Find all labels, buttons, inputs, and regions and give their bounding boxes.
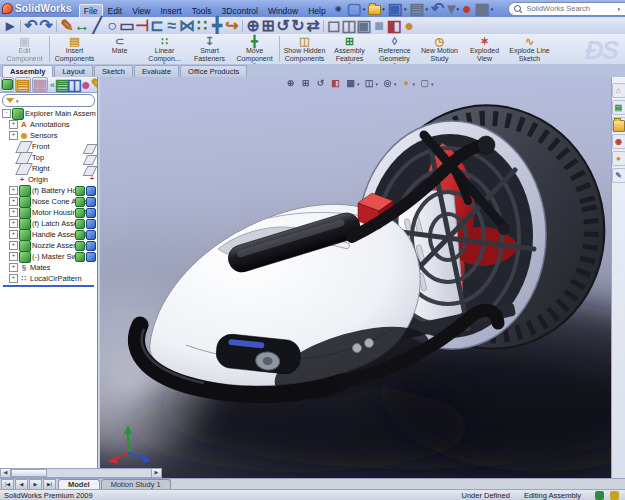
appearances-button[interactable]: ● bbox=[612, 151, 625, 166]
assembly-features-button[interactable]: ⊞Assembly Features▾ bbox=[327, 34, 372, 64]
convert-entities-button[interactable]: ⊏ bbox=[150, 19, 164, 33]
previous-view-button[interactable]: ↺ bbox=[315, 78, 326, 89]
expand-toggle[interactable]: + bbox=[9, 241, 18, 250]
insert-components-button[interactable]: ▤Insert Components▾ bbox=[52, 34, 97, 64]
file-explorer-button[interactable] bbox=[612, 117, 625, 132]
tree-item-origin[interactable]: +Origin+ bbox=[0, 174, 97, 185]
tree-filter-input[interactable]: ▾ bbox=[2, 94, 95, 107]
custom-properties-button[interactable]: ✎ bbox=[612, 168, 625, 183]
undo-button[interactable]: ↶ bbox=[24, 19, 38, 33]
color-display-button[interactable]: ● bbox=[81, 79, 91, 91]
expand-toggle[interactable]: + bbox=[9, 252, 18, 261]
chevron-down-icon[interactable]: ▾ bbox=[376, 81, 379, 87]
scrollbar-thumb[interactable] bbox=[11, 469, 47, 477]
resources-button[interactable]: ⌂ bbox=[612, 83, 625, 98]
wireframe-button[interactable]: ◻ bbox=[327, 19, 341, 33]
tree-item-motor-housing-a[interactable]: +Motor Housing A bbox=[0, 207, 97, 218]
chevron-down-icon[interactable]: ▾ bbox=[431, 81, 434, 87]
show-hidden-components-button[interactable]: ◫Show Hidden Components bbox=[282, 34, 327, 64]
tree-item-right[interactable]: Right bbox=[0, 163, 97, 174]
expand-toggle[interactable]: + bbox=[9, 263, 18, 272]
tree-item-explorer-main-assem[interactable]: -Explorer Main Assem bbox=[0, 108, 97, 119]
chevron-down-icon[interactable]: ▾ bbox=[357, 81, 360, 87]
shaded-edges-button[interactable]: ▣ bbox=[357, 19, 371, 33]
mirror-entities-button[interactable]: ⋈ bbox=[180, 19, 194, 33]
tree-item-nozzle-assembly[interactable]: +Nozzle Assembly bbox=[0, 240, 97, 251]
print-button[interactable]: ▤▾ bbox=[408, 0, 429, 18]
hide-show-items-button[interactable]: ◎▾ bbox=[382, 78, 397, 89]
hidden-lines-button[interactable]: ◫ bbox=[342, 19, 356, 33]
expand-toggle[interactable]: + bbox=[9, 219, 18, 228]
propertymanager-tab[interactable]: ▤ bbox=[15, 77, 31, 92]
chevron-down-icon[interactable]: ▾ bbox=[382, 6, 385, 12]
shaded-button[interactable]: ■ bbox=[372, 19, 386, 33]
tree-item-nose-cone-asse[interactable]: +Nose Cone Asse bbox=[0, 196, 97, 207]
expand-toggle[interactable]: + bbox=[9, 274, 18, 283]
redo-button[interactable]: ↷ bbox=[39, 19, 53, 33]
tree-item-f-battery-hous[interactable]: +(f) Battery Hous bbox=[0, 185, 97, 196]
rotate-view-button[interactable]: ↻ bbox=[291, 19, 305, 33]
new-motion-study-button[interactable]: ◷New Motion Study bbox=[417, 34, 462, 64]
display-style-button[interactable]: ◫▾ bbox=[364, 78, 379, 89]
move-entities-button[interactable]: ╋ bbox=[210, 19, 224, 33]
featuremanager-tab[interactable] bbox=[1, 77, 14, 92]
rectangle-button[interactable]: ▭ bbox=[120, 19, 134, 33]
chevron-down-icon[interactable]: ▾ bbox=[617, 6, 620, 12]
pan-button[interactable]: ⇄ bbox=[306, 19, 320, 33]
tab-evaluate[interactable]: Evaluate bbox=[134, 65, 179, 77]
tree-item-front[interactable]: Front bbox=[0, 141, 97, 152]
expand-toggle[interactable]: + bbox=[9, 197, 18, 206]
scroll-right-arrow[interactable]: ▶ bbox=[151, 469, 161, 477]
linear-compon-button[interactable]: ∷Linear Compon...▾ bbox=[142, 34, 187, 64]
search-button[interactable]: ◉ bbox=[612, 134, 625, 149]
view-orientation-button[interactable]: ▦▾ bbox=[345, 78, 360, 89]
smart-fasteners-button[interactable]: ↧Smart Fasteners bbox=[187, 34, 232, 64]
display-pane-button[interactable]: ◫ bbox=[69, 79, 80, 91]
tree-item-top[interactable]: Top bbox=[0, 152, 97, 163]
tree-item-f-latch-assem[interactable]: +(f) Latch Assem bbox=[0, 218, 97, 229]
tree-item-master-switc[interactable]: +(-) Master Switc bbox=[0, 251, 97, 262]
expand-toggle[interactable]: + bbox=[9, 120, 18, 129]
undo-button[interactable]: ↶ bbox=[430, 0, 445, 18]
smart-dimension-button[interactable]: ↔ bbox=[75, 19, 89, 33]
zoom-fit-button[interactable]: ⊕ bbox=[285, 78, 296, 89]
tree-item-mates[interactable]: +§Mates bbox=[0, 262, 97, 273]
appearances-button[interactable]: ●▾ bbox=[401, 78, 416, 89]
search-input[interactable] bbox=[524, 3, 614, 14]
previous-view-button[interactable]: ↺ bbox=[276, 19, 290, 33]
expand-toggle[interactable]: + bbox=[9, 230, 18, 239]
design-library-button[interactable]: ▤ bbox=[612, 100, 625, 115]
circle-button[interactable]: ○ bbox=[105, 19, 119, 33]
tree-item-sensors[interactable]: +◉Sensors bbox=[0, 130, 97, 141]
pin-icon[interactable]: ◉ bbox=[335, 4, 342, 13]
chevron-down-icon[interactable]: ▾ bbox=[16, 98, 19, 104]
chevron-down-icon[interactable]: ▾ bbox=[457, 6, 460, 12]
zoom-fit-button[interactable]: ⊕ bbox=[246, 19, 260, 33]
line-button[interactable]: ╱ bbox=[90, 19, 104, 33]
tree-item-localcirpattern[interactable]: +∷LocalCirPattern bbox=[0, 273, 97, 284]
chevron-down-icon[interactable]: ▾ bbox=[491, 6, 494, 12]
expand-toggle[interactable]: + bbox=[9, 131, 18, 140]
tab-layout[interactable]: Layout bbox=[54, 65, 93, 77]
chevron-down-icon[interactable]: ▾ bbox=[426, 6, 429, 12]
chevron-down-icon[interactable]: ▾ bbox=[413, 81, 416, 87]
tree-horizontal-scrollbar[interactable]: ◀ ▶ bbox=[0, 468, 162, 478]
search-box[interactable]: ▾ bbox=[508, 2, 625, 16]
tree-item-annotations[interactable]: +AAnnotations bbox=[0, 119, 97, 130]
view-settings-button[interactable]: ▦▾ bbox=[474, 0, 495, 18]
sketch-button[interactable]: ✎ bbox=[60, 19, 74, 33]
move-component-button[interactable]: ╋Move Component▾ bbox=[232, 34, 277, 64]
zoom-area-button[interactable]: ⊞ bbox=[300, 78, 311, 89]
mate-button[interactable]: ⊂Mate bbox=[97, 34, 142, 64]
rollback-bar[interactable] bbox=[3, 285, 94, 287]
select-button[interactable]: ▸ bbox=[3, 19, 17, 33]
graphics-viewport[interactable]: ⊕⊞↺◧▦▾◫▾◎▾●▾▢▾ bbox=[100, 77, 612, 478]
scene-button[interactable]: ▢▾ bbox=[419, 78, 434, 89]
macro-button[interactable]: ● bbox=[461, 0, 473, 18]
scroll-left-arrow[interactable]: ◀ bbox=[1, 469, 11, 477]
scrollbar-track[interactable] bbox=[47, 469, 151, 477]
appearance-button[interactable]: ● bbox=[402, 19, 416, 33]
chevron-down-icon[interactable]: ▾ bbox=[404, 6, 407, 12]
tab-office-products[interactable]: Office Products bbox=[180, 65, 247, 77]
tree-item-handle-assembl[interactable]: +Handle Assembl bbox=[0, 229, 97, 240]
